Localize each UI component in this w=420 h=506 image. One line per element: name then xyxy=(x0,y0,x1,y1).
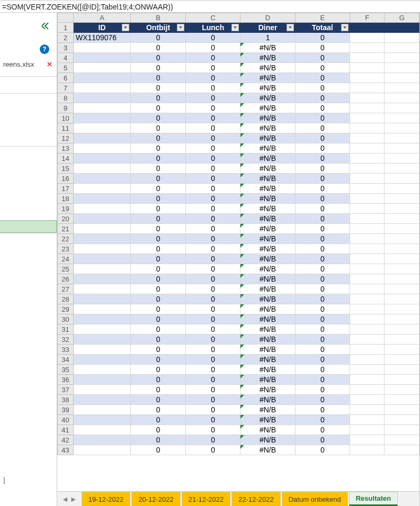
cell[interactable]: 0 xyxy=(131,425,186,435)
cell[interactable]: 0 xyxy=(295,405,350,415)
file-entry[interactable]: reens.xlsx ✕ xyxy=(1,59,55,69)
cell[interactable]: 0 xyxy=(185,43,240,53)
row-header[interactable]: 42 xyxy=(58,435,74,445)
cell[interactable] xyxy=(350,415,384,425)
row-header[interactable]: 13 xyxy=(58,143,74,153)
cell[interactable]: 0 xyxy=(295,174,350,184)
cell[interactable]: #N/B xyxy=(240,345,295,355)
row-header[interactable]: 5 xyxy=(58,63,74,73)
panel-section[interactable] xyxy=(0,93,57,146)
cell[interactable] xyxy=(350,153,384,164)
table-header-cell[interactable]: ID xyxy=(74,23,131,33)
cell[interactable]: 0 xyxy=(295,73,350,83)
cell[interactable]: 0 xyxy=(185,385,240,395)
cell[interactable] xyxy=(385,224,419,234)
cell[interactable]: 0 xyxy=(185,184,240,194)
row-header[interactable]: 22 xyxy=(58,234,74,244)
cell[interactable]: 0 xyxy=(185,83,240,93)
cell[interactable] xyxy=(385,294,419,304)
cell[interactable]: 0 xyxy=(185,405,240,415)
cell[interactable]: 0 xyxy=(185,355,240,365)
cell[interactable] xyxy=(74,345,131,355)
cell[interactable] xyxy=(74,93,131,103)
cell[interactable]: #N/B xyxy=(240,113,295,123)
help-icon[interactable]: ? xyxy=(40,44,49,54)
cell[interactable]: 0 xyxy=(295,415,350,425)
cell[interactable]: #N/B xyxy=(240,375,295,385)
row-header[interactable]: 43 xyxy=(58,445,74,455)
cell[interactable] xyxy=(385,33,419,43)
row-header[interactable]: 31 xyxy=(58,324,74,335)
cell[interactable]: 0 xyxy=(131,143,186,153)
cell[interactable]: #N/B xyxy=(240,254,295,264)
row-header[interactable]: 38 xyxy=(58,395,74,405)
sheet-tab[interactable]: 21-12-2022 xyxy=(182,492,231,506)
cell[interactable]: 0 xyxy=(185,73,240,83)
cell[interactable] xyxy=(74,405,131,415)
cell[interactable]: 0 xyxy=(185,103,240,113)
cell[interactable] xyxy=(74,274,131,284)
cell[interactable]: 0 xyxy=(185,304,240,314)
cell[interactable] xyxy=(385,133,419,143)
cell[interactable]: 0 xyxy=(131,153,186,164)
cell[interactable] xyxy=(350,294,384,304)
cell[interactable] xyxy=(74,385,131,395)
row-header[interactable]: 27 xyxy=(58,284,74,294)
cell[interactable] xyxy=(74,184,131,194)
cell[interactable] xyxy=(350,345,384,355)
row-header[interactable]: 4 xyxy=(58,53,74,63)
cell[interactable] xyxy=(74,355,131,365)
cell[interactable] xyxy=(350,174,384,184)
panel-section-active[interactable] xyxy=(0,220,57,233)
col-header-B[interactable]: B xyxy=(131,13,186,23)
cell[interactable]: #N/B xyxy=(240,143,295,153)
cell[interactable] xyxy=(385,445,419,455)
cell[interactable]: 0 xyxy=(185,224,240,234)
cell[interactable] xyxy=(385,335,419,345)
panel-section[interactable] xyxy=(0,233,57,498)
collapse-panel-button[interactable] xyxy=(40,20,51,32)
cell[interactable]: 0 xyxy=(295,435,350,445)
cell[interactable]: 0 xyxy=(131,254,186,264)
cell[interactable] xyxy=(74,194,131,204)
cell[interactable] xyxy=(350,224,384,234)
cell[interactable] xyxy=(350,335,384,345)
cell[interactable]: 0 xyxy=(185,274,240,284)
cell[interactable]: #N/B xyxy=(240,445,295,455)
cell[interactable]: 0 xyxy=(185,375,240,385)
cell[interactable]: 0 xyxy=(295,274,350,284)
formula-bar[interactable]: =SOM(VERT.ZOEKEN([@ID];Tabel19;4;ONWAAR)… xyxy=(0,0,420,13)
cell[interactable] xyxy=(350,254,384,264)
cell[interactable]: 0 xyxy=(185,113,240,123)
row-header[interactable]: 34 xyxy=(58,355,74,365)
row-header[interactable]: 24 xyxy=(58,254,74,264)
cell[interactable]: 0 xyxy=(185,204,240,214)
cell[interactable] xyxy=(74,214,131,224)
cell[interactable] xyxy=(350,164,384,174)
cell[interactable]: 0 xyxy=(131,73,186,83)
cell[interactable]: 0 xyxy=(295,214,350,224)
cell[interactable]: 0 xyxy=(131,355,186,365)
cell[interactable] xyxy=(385,405,419,415)
cell[interactable]: #N/B xyxy=(240,83,295,93)
row-header[interactable]: 10 xyxy=(58,113,74,123)
cell[interactable]: #N/B xyxy=(240,244,295,254)
cell[interactable]: 0 xyxy=(295,53,350,63)
cell[interactable]: 0 xyxy=(131,113,186,123)
cell[interactable]: 0 xyxy=(295,184,350,194)
cell[interactable]: 0 xyxy=(295,264,350,274)
row-header[interactable]: 18 xyxy=(58,194,74,204)
cell[interactable] xyxy=(74,143,131,153)
cell[interactable] xyxy=(385,274,419,284)
cell[interactable]: 0 xyxy=(295,375,350,385)
tab-prev-icon[interactable]: ◄ xyxy=(61,495,69,503)
row-header[interactable]: 35 xyxy=(58,365,74,375)
cell[interactable]: 0 xyxy=(185,395,240,405)
cell[interactable]: 0 xyxy=(295,103,350,113)
cell[interactable] xyxy=(385,345,419,355)
cell[interactable] xyxy=(385,435,419,445)
tab-next-icon[interactable]: ► xyxy=(70,495,77,503)
cell[interactable]: #N/B xyxy=(240,133,295,143)
cell[interactable]: #N/B xyxy=(240,365,295,375)
row-header[interactable]: 32 xyxy=(58,335,74,345)
